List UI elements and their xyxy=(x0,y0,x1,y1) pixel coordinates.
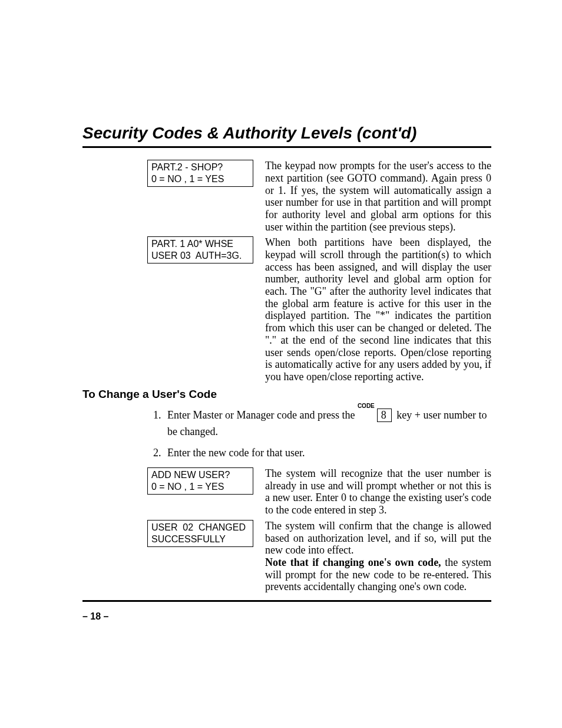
paragraph: When both partitions have been displayed… xyxy=(265,236,491,383)
section-row: USER 02 CHANGED SUCCESSFULLY The system … xyxy=(82,520,491,593)
lcd-column: USER 02 CHANGED SUCCESSFULLY xyxy=(147,520,253,554)
step-text: Enter the new code for that user. xyxy=(167,447,305,459)
page-number: – 18 – xyxy=(82,611,108,622)
lcd-line: USER 02 CHANGED xyxy=(151,522,246,532)
page-title: Security Codes & Authority Levels (cont'… xyxy=(82,124,491,148)
lcd-line: SUCCESSFULLY xyxy=(151,534,226,544)
note-emphasis: Note that if changing one's own code, xyxy=(265,556,445,568)
lcd-line: 0 = NO , 1 = YES xyxy=(151,174,224,184)
manual-page: Security Codes & Authority Levels (cont'… xyxy=(0,0,562,728)
keycap-label: CODE xyxy=(358,401,375,411)
lcd-display-partition-prompt: PART.2 - SHOP? 0 = NO , 1 = YES xyxy=(147,160,253,187)
lcd-column: PART.2 - SHOP? 0 = NO , 1 = YES xyxy=(147,160,253,194)
step-item: Enter Master or Manager code and press t… xyxy=(164,407,491,440)
section-row: PART. 1 A0* WHSE USER 03 AUTH=3G. When b… xyxy=(82,236,491,383)
paragraph-text: The system will confirm that the change … xyxy=(265,520,491,556)
paragraph: The system will confirm that the change … xyxy=(265,520,491,593)
lcd-column: ADD NEW USER? 0 = NO , 1 = YES xyxy=(147,467,253,502)
section-row: PART.2 - SHOP? 0 = NO , 1 = YES The keyp… xyxy=(82,160,491,233)
lcd-display-user-changed: USER 02 CHANGED SUCCESSFULLY xyxy=(147,520,253,547)
keycap-8: 8 xyxy=(377,409,392,422)
section-row: ADD NEW USER? 0 = NO , 1 = YES The syste… xyxy=(82,467,491,516)
lcd-line: ADD NEW USER? xyxy=(151,470,230,480)
lcd-line: USER 03 AUTH=3G. xyxy=(151,251,242,261)
lcd-display-partition-scroll: PART. 1 A0* WHSE USER 03 AUTH=3G. xyxy=(147,236,253,263)
steps-list: Enter Master or Manager code and press t… xyxy=(147,407,491,462)
step-item: Enter the new code for that user. xyxy=(164,445,491,462)
lcd-line: PART.2 - SHOP? xyxy=(151,162,223,172)
lcd-display-add-new-user: ADD NEW USER? 0 = NO , 1 = YES xyxy=(147,467,253,495)
paragraph: The system will recognize that the user … xyxy=(265,467,491,516)
lcd-column: PART. 1 A0* WHSE USER 03 AUTH=3G. xyxy=(147,236,253,271)
paragraph: The keypad now prompts for the user's ac… xyxy=(265,160,491,233)
step-text: Enter Master or Manager code and press t… xyxy=(167,409,358,421)
lcd-line: 0 = NO , 1 = YES xyxy=(151,482,224,492)
lcd-line: PART. 1 A0* WHSE xyxy=(151,239,233,249)
section-heading-change-code: To Change a User's Code xyxy=(82,388,491,401)
bottom-rule xyxy=(82,600,491,602)
